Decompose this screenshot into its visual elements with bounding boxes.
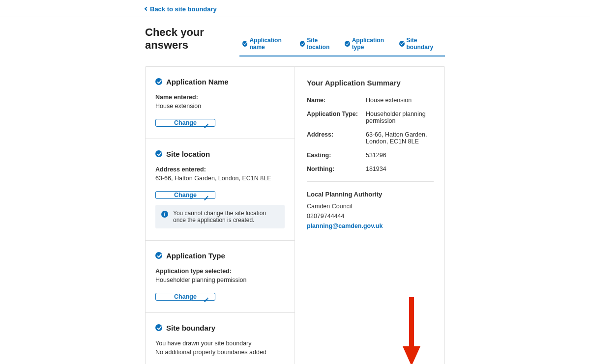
chevron-left-icon — [145, 7, 148, 11]
summary-row-easting: Easting: 531296 — [307, 152, 434, 159]
summary-title: Your Application Summary — [307, 79, 434, 87]
info-text: You cannot change the site location once… — [173, 210, 279, 224]
header-row: Check your answers Application name Site… — [145, 17, 445, 56]
summary-key: Name: — [307, 97, 366, 104]
section-title-text: Site location — [166, 150, 210, 158]
check-icon — [399, 41, 405, 47]
field-value: Householder planning permission — [155, 277, 285, 283]
main-container: Check your answers Application name Site… — [145, 17, 445, 364]
section-title: Application Type — [155, 252, 285, 260]
tab-label: Site boundary — [407, 37, 442, 51]
lpa-email-link[interactable]: planning@camden.gov.uk — [307, 223, 434, 229]
tab-site-boundary[interactable]: Site boundary — [399, 37, 441, 51]
summary-row-address: Address: 63-66, Hatton Garden, London, E… — [307, 131, 434, 145]
summary-row-northing: Northing: 181934 — [307, 166, 434, 172]
lpa-title: Local Planning Authority — [307, 191, 434, 198]
field-label: Name entered: — [155, 94, 285, 101]
info-box: i You cannot change the site location on… — [155, 205, 285, 228]
field-label: Address entered: — [155, 166, 285, 173]
section-title: Application Name — [155, 78, 285, 86]
lpa-phone: 02079744444 — [307, 213, 434, 220]
section-site-location: Site location Address entered: 63-66, Ha… — [146, 139, 295, 241]
section-application-name: Application Name Name entered: House ext… — [146, 67, 295, 139]
summary-key: Application Type: — [307, 111, 366, 124]
edit-icon — [204, 196, 209, 201]
change-name-button[interactable]: Change — [155, 119, 215, 127]
right-column: Your Application Summary Name: House ext… — [295, 67, 444, 364]
summary-key: Easting: — [307, 152, 366, 159]
summary-value: House extension — [366, 97, 434, 104]
left-column: Application Name Name entered: House ext… — [146, 67, 295, 364]
section-application-type: Application Type Application type select… — [146, 241, 295, 313]
tab-label: Application type — [352, 37, 392, 51]
progress-tabs: Application name Site location Applicati… — [239, 37, 445, 56]
edit-icon — [204, 123, 209, 129]
check-icon — [345, 41, 350, 47]
back-bar: Back to site boundary — [0, 0, 590, 17]
field-value: House extension — [155, 103, 285, 110]
section-title-text: Site boundary — [166, 324, 215, 332]
tab-label: Site location — [307, 37, 338, 51]
tab-label: Application name — [249, 37, 293, 51]
summary-key: Northing: — [307, 166, 366, 172]
summary-value: 181934 — [366, 166, 434, 172]
field-value: 63-66, Hatton Garden, London, EC1N 8LE — [155, 175, 285, 182]
edit-icon — [204, 297, 209, 303]
check-icon — [155, 150, 162, 157]
section-title: Site boundary — [155, 324, 285, 332]
section-title-text: Application Type — [166, 252, 225, 260]
change-location-button[interactable]: Change — [155, 191, 215, 199]
check-icon — [155, 78, 162, 85]
field-label: Application type selected: — [155, 268, 285, 275]
summary-key: Address: — [307, 131, 366, 145]
lpa-name: Camden Council — [307, 203, 434, 210]
tab-application-type[interactable]: Application type — [345, 37, 392, 51]
summary-row-type: Application Type: Householder planning p… — [307, 111, 434, 124]
check-icon — [155, 252, 162, 259]
summary-value: 531296 — [366, 152, 434, 159]
summary-value: Householder planning permission — [366, 111, 434, 124]
answers-card: Application Name Name entered: House ext… — [145, 66, 445, 364]
check-icon — [242, 41, 248, 47]
tab-site-location[interactable]: Site location — [300, 37, 338, 51]
back-link[interactable]: Back to site boundary — [145, 5, 217, 13]
check-icon — [300, 41, 305, 47]
info-icon: i — [161, 211, 168, 218]
page-title: Check your answers — [145, 26, 239, 52]
change-type-button[interactable]: Change — [155, 293, 215, 301]
boundary-line-2: No additional property boundaries added — [155, 349, 285, 356]
section-title: Site location — [155, 150, 285, 158]
back-link-label: Back to site boundary — [150, 5, 217, 13]
section-title-text: Application Name — [166, 78, 229, 86]
check-icon — [155, 324, 162, 331]
tab-application-name[interactable]: Application name — [242, 37, 293, 51]
divider — [307, 181, 434, 182]
boundary-line-1: You have drawn your site boundary — [155, 340, 285, 347]
section-site-boundary: Site boundary You have drawn your site b… — [146, 313, 295, 364]
summary-row-name: Name: House extension — [307, 97, 434, 104]
summary-value: 63-66, Hatton Garden, London, EC1N 8LE — [366, 131, 434, 145]
